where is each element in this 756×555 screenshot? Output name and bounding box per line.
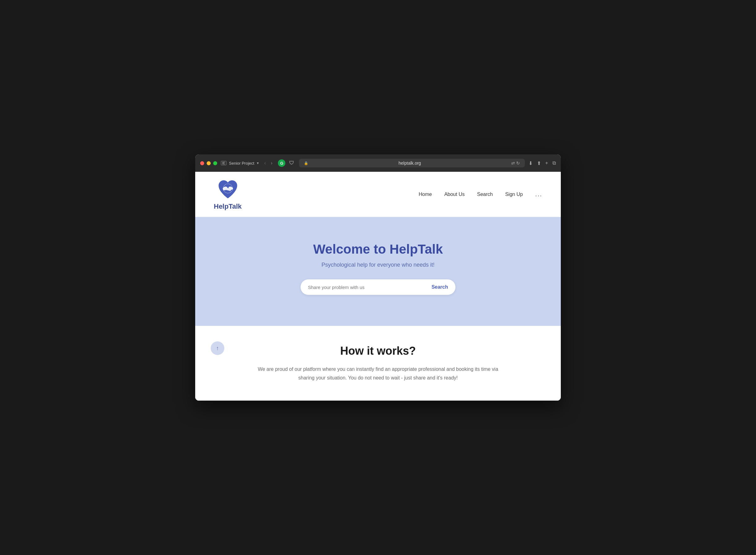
browser-window: Senior Project ▾ ‹ › G 🛡 🔒 helptalk.org … xyxy=(195,155,561,400)
address-bar[interactable]: 🔒 helptalk.org ⇄ ↻ xyxy=(299,159,525,167)
tab-dropdown-icon[interactable]: ▾ xyxy=(257,161,259,165)
arrow-up-icon: ↑ xyxy=(216,345,219,352)
nav-home[interactable]: Home xyxy=(419,191,432,197)
url-display: helptalk.org xyxy=(311,161,509,166)
svg-rect-1 xyxy=(222,163,224,163)
site-nav: Home About Us Search Sign Up ... xyxy=(419,191,542,198)
logo-icon xyxy=(216,178,239,201)
nav-signup[interactable]: Sign Up xyxy=(505,191,523,197)
search-input[interactable] xyxy=(308,285,428,290)
back-button[interactable]: ‹ xyxy=(263,160,268,167)
shield-extension-icon[interactable]: 🛡 xyxy=(288,159,295,167)
share-icon[interactable]: ⬆ xyxy=(537,160,541,166)
lock-icon: 🔒 xyxy=(304,161,308,165)
nav-about[interactable]: About Us xyxy=(444,191,465,197)
how-it-works-title: How it works? xyxy=(232,344,524,357)
search-button[interactable]: Search xyxy=(432,284,448,290)
svg-rect-2 xyxy=(222,164,225,164)
forward-button[interactable]: › xyxy=(269,160,274,167)
page-content: HelpTalk Home About Us Search Sign Up ..… xyxy=(195,172,561,400)
how-it-works-description: We are proud of our platform where you c… xyxy=(254,365,502,382)
maximize-button[interactable] xyxy=(213,161,217,165)
hero-subtitle: Psychological help for everyone who need… xyxy=(321,262,434,268)
tab-area: Senior Project ▾ xyxy=(221,161,259,166)
scroll-up-button[interactable]: ↑ xyxy=(211,341,224,355)
svg-rect-0 xyxy=(222,162,225,163)
nav-arrows: ‹ › xyxy=(263,160,275,167)
search-bar: Search xyxy=(300,280,456,295)
site-header: HelpTalk Home About Us Search Sign Up ..… xyxy=(195,172,561,217)
browser-extensions: G 🛡 xyxy=(278,159,295,167)
hero-section: Welcome to HelpTalk Psychological help f… xyxy=(195,217,561,326)
hero-title: Welcome to HelpTalk xyxy=(313,242,443,257)
logo-area: HelpTalk xyxy=(214,178,242,211)
nav-more-button[interactable]: ... xyxy=(535,191,542,198)
browser-actions: ⬇ ⬆ + ⧉ xyxy=(529,160,556,166)
minimize-button[interactable] xyxy=(207,161,211,165)
refresh-icon[interactable]: ↻ xyxy=(516,161,520,166)
new-tab-icon[interactable]: + xyxy=(545,160,548,166)
translate-icon-area: ⇄ ↻ xyxy=(511,161,520,166)
nav-search[interactable]: Search xyxy=(477,191,493,197)
tab-label: Senior Project xyxy=(229,161,254,166)
translate-icon[interactable]: ⇄ xyxy=(511,161,515,166)
browser-chrome: Senior Project ▾ ‹ › G 🛡 🔒 helptalk.org … xyxy=(195,155,561,172)
traffic-lights xyxy=(200,161,217,165)
tab-icon xyxy=(221,161,227,165)
logo-text: HelpTalk xyxy=(214,203,242,211)
download-icon[interactable]: ⬇ xyxy=(529,160,533,166)
grammarly-extension-icon[interactable]: G xyxy=(278,159,285,167)
tabs-icon[interactable]: ⧉ xyxy=(553,160,556,166)
how-it-works-section: ↑ How it works? We are proud of our plat… xyxy=(195,326,561,400)
close-button[interactable] xyxy=(200,161,204,165)
